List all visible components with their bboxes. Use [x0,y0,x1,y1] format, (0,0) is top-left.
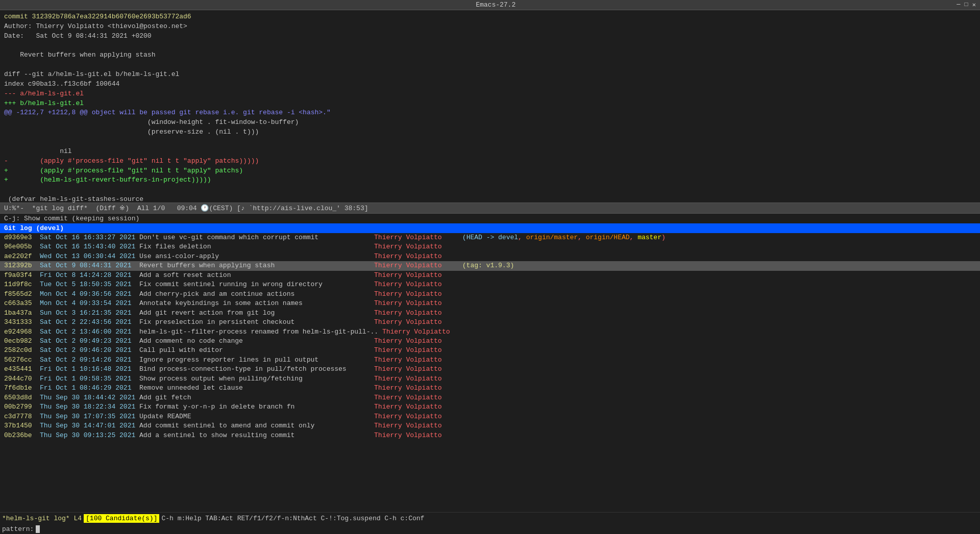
titlebar-title: Emacs-27.2 [35,1,957,9]
commit-date: Thu Sep 30 17:07:35 2021 [40,412,139,421]
commit-author: Thierry Volpiatto [374,290,458,299]
commit-hash: 00b2799 [4,402,40,412]
commit-date: Sat Oct 2 22:43:56 2021 [40,318,139,327]
commit-date: Thu Sep 30 09:13:25 2021 [40,431,139,440]
table-row[interactable]: c663a35 Mon Oct 4 09:33:54 2021 Annotate… [0,299,980,308]
table-row[interactable]: 312392b Sat Oct 9 08:44:31 2021 Revert b… [0,261,980,270]
commit-hash: 11d9f8c [4,280,40,289]
table-row[interactable]: e435441 Fri Oct 1 10:16:48 2021 Bind pro… [0,365,980,374]
editor-line [4,60,976,70]
commit-author: Thierry Volpiatto [374,346,458,355]
commit-hash: 0ecb982 [4,337,40,346]
commit-message: Don't use vc-git command which corrupt c… [139,233,374,242]
commit-date: Fri Oct 1 10:16:48 2021 [40,365,139,374]
keybindings: C-h m:Help TAB:Act RET/f1/f2/f-n:NthAct … [161,515,424,522]
commit-hash: c663a35 [4,299,40,308]
table-row[interactable]: 56276cc Sat Oct 2 09:14:26 2021 Ignore p… [0,355,980,365]
pattern-line[interactable]: pattern: [0,524,980,534]
commit-date: Fri Oct 1 08:46:29 2021 [40,384,139,393]
table-row[interactable]: c3d7778 Thu Sep 30 17:07:35 2021 Update … [0,412,980,421]
editor-line [4,137,976,147]
editor-line: nil [4,147,976,157]
maximize-button[interactable]: □ [965,1,968,9]
commit-message: Fix files deletion [139,242,374,251]
table-row[interactable]: 1ba437a Sun Oct 3 16:21:35 2021 Add git … [0,309,980,318]
commit-hash: 37b1450 [4,421,40,430]
commit-date: Sat Oct 2 13:46:00 2021 [40,327,139,337]
commit-author: Thierry Volpiatto [374,365,458,374]
table-row[interactable]: f9a03f4 Fri Oct 8 14:24:28 2021 Add a so… [0,271,980,280]
titlebar-controls: — □ ✕ [957,1,976,9]
commit-date: Thu Sep 30 14:47:01 2021 [40,421,139,430]
commit-author: Thierry Volpiatto [374,280,458,289]
table-row[interactable]: 96e005b Sat Oct 16 15:43:40 2021 Fix fil… [0,242,980,251]
table-row[interactable]: 0b236be Thu Sep 30 09:13:25 2021 Add a s… [0,431,980,440]
table-row[interactable]: 6503d8d Thu Sep 30 18:44:42 2021 Add git… [0,393,980,402]
table-row[interactable]: 0ecb982 Sat Oct 2 09:49:23 2021 Add comm… [0,337,980,346]
pattern-label: pattern: [2,525,34,533]
commit-hash: ae2202f [4,252,40,261]
commit-message: Add a sentinel to show resulting commit [139,431,374,440]
minimize-button[interactable]: — [957,1,960,9]
editor-line: + (apply #'process-file "git" nil t t "a… [4,166,976,176]
editor-line: + (helm-ls-git-revert-buffers-in-project… [4,175,976,185]
cj-line: C-j: Show commit (keeping session) [0,214,980,223]
commit-author: Thierry Volpiatto [374,252,458,261]
commit-message: Add git revert action from git log [139,309,374,318]
editor-line: - (apply #'process-file "git" nil t t "a… [4,157,976,166]
commit-hash: 96e005b [4,242,40,251]
commit-author: Thierry Volpiatto [374,299,458,308]
close-button[interactable]: ✕ [972,1,976,9]
commit-date: Thu Sep 30 18:44:42 2021 [40,393,139,402]
table-row[interactable]: 2582c0d Sat Oct 2 09:46:20 2021 Call pul… [0,346,980,355]
commit-message: Add comment no code change [139,337,374,346]
commit-message: Annotate keybindings in some action name… [139,299,374,308]
editor-area: commit 312392b786a7ea322914b60760e2693b5… [0,10,980,202]
table-row[interactable]: f8565d2 Mon Oct 4 09:36:56 2021 Add cher… [0,290,980,299]
gitlog-area: d9369e3 Sat Oct 16 16:33:27 2021 Don't u… [0,233,980,512]
table-row[interactable]: 11d9f8c Tue Oct 5 18:50:35 2021 Fix comm… [0,280,980,289]
commit-message: Remove unneeded let clause [139,384,374,393]
table-row[interactable]: e924968 Sat Oct 2 13:46:00 2021 helm-ls-… [0,327,980,337]
candidates-badge: [100 Candidate(s)] [84,514,159,523]
table-row[interactable]: 2944c70 Fri Oct 1 09:58:35 2021 Show pro… [0,374,980,384]
commit-date: Sat Oct 2 09:14:26 2021 [40,355,139,365]
editor-line: (preserve-size . (nil . t))) [4,128,976,137]
table-row[interactable]: 37b1450 Thu Sep 30 14:47:01 2021 Add com… [0,421,980,430]
commit-message: Fix commit sentinel running in wrong dir… [139,280,374,289]
table-row[interactable]: ae2202f Wed Oct 13 06:30:44 2021 Use ans… [0,252,980,261]
commit-author: Thierry Volpiatto [374,242,458,251]
bottom-status: *helm-ls-git log* L4 [100 Candidate(s)] … [0,512,980,524]
editor-line [4,41,976,51]
commit-date: Wed Oct 13 06:30:44 2021 [40,252,139,261]
editor-line [4,185,976,195]
table-row[interactable]: 7f6db1e Fri Oct 1 08:46:29 2021 Remove u… [0,384,980,393]
commit-author: Thierry Volpiatto [374,271,458,280]
editor-line: Date: Sat Oct 9 08:44:31 2021 +0200 [4,32,976,41]
commit-author: Thierry Volpiatto [374,309,458,318]
main-container: Emacs-27.2 — □ ✕ commit 312392b786a7ea32… [0,0,980,534]
commit-date: Sat Oct 16 15:43:40 2021 [40,242,139,251]
commit-hash: c3d7778 [4,412,40,421]
commit-author: Thierry Volpiatto [374,337,458,346]
commit-author: Thierry Volpiatto [374,421,458,430]
commit-hash: e435441 [4,365,40,374]
table-row[interactable]: d9369e3 Sat Oct 16 16:33:27 2021 Don't u… [0,233,980,242]
table-row[interactable]: 3431333 Sat Oct 2 22:43:56 2021 Fix pres… [0,318,980,327]
table-row[interactable]: 00b2799 Thu Sep 30 18:22:34 2021 Fix for… [0,402,980,412]
commit-date: Fri Oct 1 09:58:35 2021 [40,374,139,384]
editor-line: Author: Thierry Volpiatto <thievol@poste… [4,22,976,32]
commit-author: Thierry Volpiatto [382,327,467,337]
commit-message: Call pull with editor [139,346,374,355]
commit-message: Bind process-connection-type in pull/fet… [139,365,374,374]
editor-line: commit 312392b786a7ea322914b60760e2693b5… [4,12,976,22]
commit-date: Sat Oct 16 16:33:27 2021 [40,233,139,242]
commit-date: Sun Oct 3 16:21:35 2021 [40,309,139,318]
commit-hash: 2582c0d [4,346,40,355]
commit-hash: 0b236be [4,431,40,440]
commit-hash: e924968 [4,327,40,337]
commit-author: Thierry Volpiatto [374,261,458,270]
mode-line: U:%*- *git log diff* (Diff ※) All 1/0 09… [0,202,980,214]
commit-message: Add git fetch [139,393,374,402]
commit-author: Thierry Volpiatto [374,384,458,393]
